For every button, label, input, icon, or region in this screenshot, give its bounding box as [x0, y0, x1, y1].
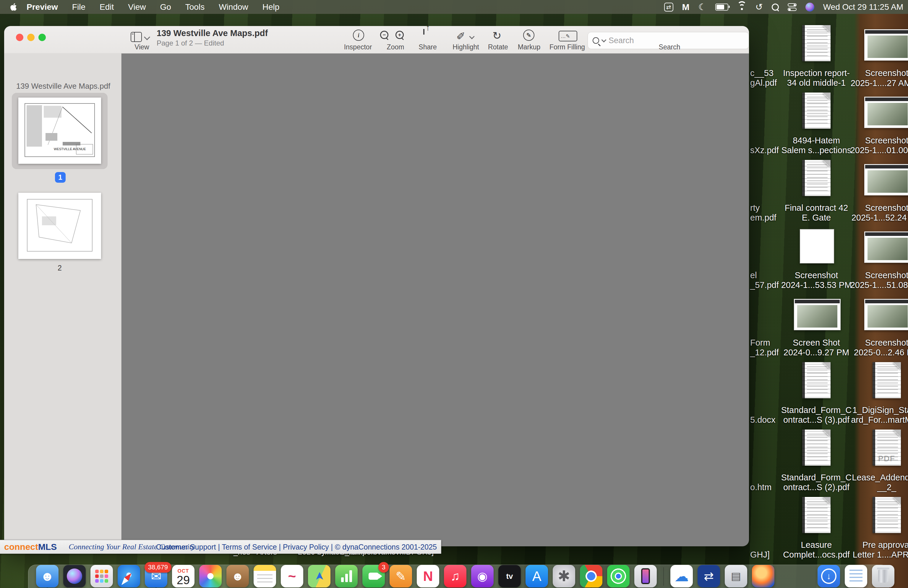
menu-item-window[interactable]: Window: [212, 2, 255, 12]
inspector-button[interactable]: i: [353, 29, 364, 41]
control-center-icon[interactable]: [788, 3, 797, 11]
minimize-button[interactable]: [27, 34, 35, 41]
desktop-file-thumbnail[interactable]: [802, 160, 831, 196]
focus-moon-icon[interactable]: ☾: [699, 2, 707, 12]
menu-status-cluster: ⇄ M ☾ ↺ Wed Oct 29 11:25 AM: [664, 0, 903, 14]
rotate-button[interactable]: ↻: [493, 29, 501, 42]
menu-item-file[interactable]: File: [65, 2, 92, 12]
time-machine-icon[interactable]: ↺: [755, 2, 763, 12]
dock-iphone-mirroring-icon[interactable]: [634, 565, 657, 587]
desktop-file-thumbnail[interactable]: [800, 229, 834, 263]
dock-contacts-icon[interactable]: ☻: [226, 565, 249, 587]
dock-maps-icon[interactable]: [308, 565, 330, 587]
dock-chrome-icon[interactable]: [580, 565, 602, 587]
search-placeholder: Search: [609, 36, 634, 45]
page-2-thumbnail[interactable]: [18, 193, 101, 259]
dock-pages-icon[interactable]: ✎: [390, 565, 412, 587]
desktop-file-label[interactable]: Pre approvalLetter 1....APR 25: [831, 540, 908, 560]
desktop-file-thumbnail[interactable]: [802, 497, 831, 533]
dock-downloads-icon[interactable]: ↓: [818, 565, 840, 587]
desktop-file-thumbnail[interactable]: [873, 362, 901, 398]
desktop-file-thumbnail[interactable]: PDF: [873, 430, 901, 466]
dock-appstore-icon[interactable]: A: [525, 565, 548, 587]
desktop-file-thumbnail[interactable]: [794, 299, 840, 330]
menu-item-edit[interactable]: Edit: [92, 2, 121, 12]
share-label: Share: [411, 43, 444, 51]
desktop-file-thumbnail[interactable]: [864, 164, 908, 195]
dock-safari-icon[interactable]: [118, 565, 140, 587]
dock-appletv-icon[interactable]: tv: [498, 565, 521, 587]
desktop-file-thumbnail[interactable]: [802, 25, 831, 61]
menu-clock[interactable]: Wed Oct 29 11:25 AM: [823, 2, 903, 12]
menu-item-help[interactable]: Help: [255, 2, 287, 12]
desktop-file-thumbnail[interactable]: [802, 362, 831, 398]
zoom-button[interactable]: [39, 34, 46, 41]
desktop-file-thumbnail[interactable]: [864, 29, 908, 61]
dock-connect-app-icon[interactable]: ⇄: [697, 565, 720, 587]
siri-icon[interactable]: [805, 3, 814, 11]
page-1-thumbnail[interactable]: WESTVILLE AVENUE: [18, 98, 101, 164]
dock-documents-icon[interactable]: [845, 565, 867, 587]
dock-settings-icon[interactable]: ✱: [553, 565, 575, 587]
dock-notes-icon[interactable]: [254, 565, 276, 587]
menu-item-view[interactable]: View: [121, 2, 153, 12]
desktop-file-thumbnail[interactable]: [864, 232, 908, 263]
sidebar-icon: [130, 32, 142, 42]
dock-browser-orb-icon[interactable]: [752, 565, 774, 587]
dock-calendar-icon[interactable]: OCT29: [172, 565, 195, 587]
desktop-file-label[interactable]: Lease_Addendum__2_: [831, 473, 908, 492]
highlight-button[interactable]: ✐: [456, 30, 474, 43]
view-menu-button[interactable]: [130, 31, 153, 43]
dock-display-app-icon[interactable]: ▤: [725, 565, 747, 587]
mls-links[interactable]: Customer Support | Terms of Service | Pr…: [156, 543, 437, 551]
desktop-file-label[interactable]: 1_DigiSign_Standard_For...martMLS: [831, 405, 908, 425]
rotate-label: Rotate: [482, 43, 514, 51]
desktop-file-thumbnail[interactable]: [864, 97, 908, 128]
zoom-buttons[interactable]: −+: [380, 31, 404, 39]
thumbnail-sidebar: 139 Westville Ave Maps.pdf WESTVILLE AVE…: [4, 53, 121, 546]
desktop-file-thumbnail[interactable]: [864, 299, 908, 330]
dock-findmy-icon[interactable]: [607, 565, 629, 587]
apple-icon[interactable]: [10, 3, 18, 11]
dock-numbers-icon[interactable]: [335, 565, 357, 587]
window-titlebar[interactable]: View 139 Westville Ave Maps.pdf Page 1 o…: [4, 26, 749, 53]
page-2-label: 2: [18, 264, 101, 272]
desktop-file-thumbnail[interactable]: [873, 497, 901, 533]
gmail-m-icon[interactable]: M: [682, 2, 689, 12]
dock-launchpad-icon[interactable]: [90, 565, 113, 587]
display-mirroring-icon[interactable]: ⇄: [664, 3, 673, 11]
dock-freeform-icon[interactable]: ~: [281, 565, 303, 587]
menu-item-go[interactable]: Go: [153, 2, 178, 12]
connectmls-bar: connectMLS Connecting Your Real Estate C…: [0, 540, 441, 554]
desktop-file-label[interactable]: Screenshot2025-1...52.24 PM: [831, 203, 908, 222]
dock-podcasts-icon[interactable]: ◉: [471, 565, 494, 587]
dock-onedrive-icon[interactable]: ☁: [670, 565, 693, 587]
menu-bar: PreviewFileEditViewGoToolsWindowHelp ⇄ M…: [0, 0, 908, 14]
dock-siri-icon[interactable]: [63, 565, 86, 587]
close-button[interactable]: [16, 34, 23, 41]
dock-finder-icon[interactable]: ☻: [36, 565, 58, 587]
desktop-file-thumbnail[interactable]: [802, 430, 831, 466]
dock-photos-icon[interactable]: [199, 565, 222, 587]
dock-separator: [663, 567, 664, 586]
share-button[interactable]: [423, 29, 425, 34]
wifi-icon[interactable]: [737, 3, 747, 11]
desktop-file-label[interactable]: Screenshot2025-1....27 AM☁: [831, 68, 908, 88]
dock-news-icon[interactable]: N: [417, 565, 439, 587]
dock-music-icon[interactable]: ♫: [444, 565, 467, 587]
form-filling-button[interactable]: …✎: [559, 31, 577, 41]
markup-button[interactable]: ✎: [523, 29, 534, 41]
menu-item-tools[interactable]: Tools: [178, 2, 212, 12]
desktop-file-thumbnail[interactable]: [802, 93, 831, 129]
desktop-file-label[interactable]: Screenshot2025-1....51.08 PM: [831, 271, 908, 290]
dock-mail-icon[interactable]: ✉38,679: [145, 565, 167, 587]
battery-icon[interactable]: [715, 3, 728, 11]
connectmls-logo[interactable]: connectMLS: [4, 542, 57, 552]
desktop-file-label[interactable]: Screenshot2025-0...2.46 PM: [831, 338, 908, 358]
search-icon: [592, 37, 599, 44]
dock-trash-icon[interactable]: [872, 565, 894, 587]
desktop-file-label[interactable]: Screenshot2025-1....01.00 PM: [831, 136, 908, 155]
spotlight-icon[interactable]: [772, 3, 779, 11]
dock-facetime-icon[interactable]: 3: [362, 565, 385, 587]
menu-item-preview[interactable]: Preview: [18, 2, 65, 12]
